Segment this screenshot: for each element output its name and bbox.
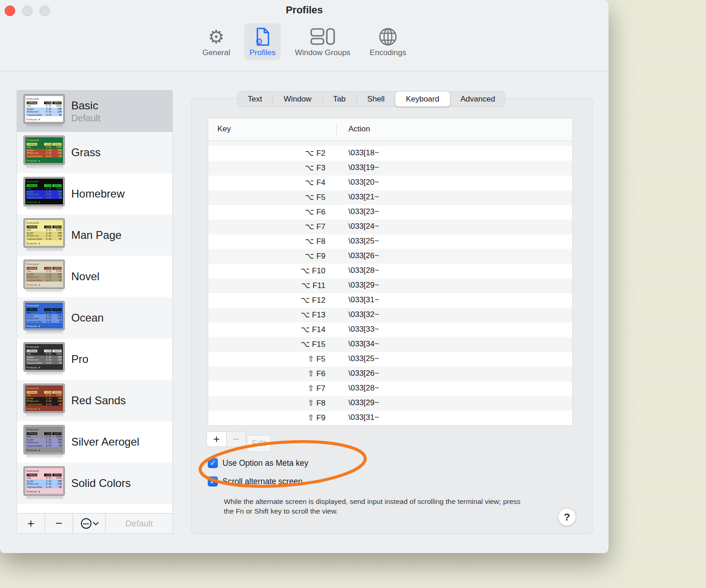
profile-item-novel[interactable]: Terminal#COMMAND%CPURPRVTtop4.1%231KXcod… — [17, 256, 172, 297]
action-cell: \033[34~ — [348, 339, 379, 349]
thumbnail-reflection — [26, 248, 63, 252]
more-actions-button[interactable]: ••• — [73, 514, 106, 533]
action-cell: \033[25~ — [348, 237, 379, 246]
document-gear-icon: ⚙ — [252, 27, 273, 47]
thumb-footer: Terminal # — [26, 366, 62, 369]
use-option-as-meta-checkbox[interactable]: ✓ — [208, 458, 218, 468]
keybinding-row[interactable]: ⌥ F2\033[18~ — [208, 146, 572, 161]
thumb-title: Terminal# — [26, 97, 62, 101]
thumbnail-reflection — [26, 331, 63, 334]
profile-item-ocean[interactable]: Terminal#COMMAND%CPURPRVTtop4.1%231KXcod… — [17, 297, 172, 339]
tab-tab[interactable]: Tab — [323, 91, 356, 107]
toolbar-item-general[interactable]: ⚙ General — [197, 23, 235, 60]
keybinding-row[interactable]: ⌥ F14\033[33~ — [208, 322, 572, 337]
profile-subtitle: Default — [71, 113, 100, 124]
keybinding-row[interactable]: ⌥ F11\033[29~ — [208, 278, 572, 293]
toolbar: ⚙ General ⚙ Profiles — [0, 23, 609, 60]
profile-name: Grass — [71, 146, 101, 159]
gear-icon: ⚙ — [208, 27, 225, 47]
action-cell: \033[28~ — [348, 266, 379, 275]
action-cell: \033[21~ — [348, 192, 379, 202]
tab-advanced[interactable]: Advanced — [450, 91, 506, 107]
profile-labels: Novel — [71, 270, 99, 283]
checkbox-label: Use Option as Meta key — [222, 458, 308, 468]
keybinding-row[interactable]: ⌥ F13\033[32~ — [208, 308, 572, 322]
keybinding-row[interactable]: ⌥ F4\033[20~ — [208, 175, 572, 190]
keybinding-row[interactable]: ⌥ F6\033[23~ — [208, 205, 572, 220]
action-cell: \033[28~ — [348, 384, 379, 393]
keybinding-row[interactable]: ⇧ F9\033[31~ — [208, 411, 572, 425]
profile-labels: Ocean — [71, 311, 104, 324]
keybinding-row[interactable]: ⇧ F8\033[29~ — [208, 396, 572, 411]
keybinding-row[interactable]: ⌥ F8\033[25~ — [208, 234, 572, 249]
thumb-footer: Terminal # — [26, 449, 62, 452]
remove-profile-button[interactable]: − — [45, 514, 73, 533]
tab-shell[interactable]: Shell — [357, 91, 395, 107]
action-cell: \033[33~ — [348, 325, 379, 334]
profile-thumbnail: Terminal#COMMAND%CPURPRVTtop4.1%231KXcod… — [24, 384, 65, 417]
edit-keybinding-button[interactable]: Edit — [247, 435, 271, 452]
profile-item-grass[interactable]: Terminal#COMMAND%CPURPRVTtop4.1%231KXcod… — [17, 132, 172, 173]
tab-text[interactable]: Text — [237, 91, 273, 107]
thumbnail-reflection — [26, 165, 63, 169]
keybinding-row[interactable]: ⌥ F3\033[19~ — [208, 161, 572, 175]
keybinding-row[interactable]: ⌥ F5\033[21~ — [208, 190, 572, 205]
profile-item-basic[interactable]: Terminal#COMMAND%CPURPRVTtop4.1%231KXcod… — [17, 90, 172, 132]
keybinding-row[interactable]: ⇧ F6\033[26~ — [208, 367, 572, 381]
mini-terminal-preview: Terminal#COMMAND%CPURPRVTtop4.1%231KXcod… — [24, 467, 64, 495]
profile-item-homebrew[interactable]: Terminal#COMMAND%CPURPRVTtop4.1%231KXcod… — [17, 173, 172, 215]
toolbar-item-encodings[interactable]: Encodings — [364, 23, 411, 60]
set-default-button[interactable]: Default — [106, 514, 172, 533]
thumb-cmd: loginwindow — [27, 444, 43, 447]
keybinding-row[interactable]: ⌥ F10\033[28~ — [208, 264, 572, 278]
profile-item-pro[interactable]: Terminal#COMMAND%CPURPRVTtop4.1%231KXcod… — [17, 339, 172, 380]
tab-keyboard[interactable]: Keyboard — [395, 91, 450, 107]
scroll-alternate-screen-checkbox[interactable]: ✓ — [208, 476, 218, 486]
thumb-footer: Terminal # — [26, 118, 62, 121]
profile-labels: Silver Aerogel — [71, 435, 139, 448]
keybinding-row[interactable]: ⌥ F15\033[34~ — [208, 337, 572, 352]
thumb-row: loginwindow0.0%4M — [26, 486, 62, 489]
keybinding-row[interactable]: ⌥ F9\033[26~ — [208, 249, 572, 264]
thumbnail-reflection — [26, 289, 63, 293]
profile-item-solid-colors[interactable]: Terminal#COMMAND%CPURPRVTtop4.1%231KXcod… — [17, 463, 172, 504]
thumb-footer: Terminal # — [26, 201, 62, 204]
remove-keybinding-button[interactable]: − — [227, 431, 246, 447]
toolbar-item-profiles[interactable]: ⚙ Profiles — [244, 23, 281, 60]
action-cell: \033[20~ — [348, 178, 379, 187]
thumb-title: Terminal# — [26, 304, 62, 307]
key-cell: ⌥ F15 — [208, 339, 325, 349]
keybinding-row[interactable]: ⌥ F7\033[24~ — [208, 220, 572, 234]
toolbar-item-window-groups[interactable]: Window Groups — [289, 23, 356, 60]
add-profile-button[interactable]: + — [17, 514, 45, 533]
profile-name: Pro — [71, 353, 88, 366]
help-button[interactable]: ? — [558, 508, 576, 526]
profile-labels: Pro — [71, 353, 88, 366]
profile-item-red-sands[interactable]: Terminal#COMMAND%CPURPRVTtop4.1%231KXcod… — [17, 380, 172, 421]
key-cell: ⌥ F9 — [208, 251, 325, 261]
keybinding-row[interactable]: ⌥ F12\033[31~ — [208, 293, 572, 308]
profile-item-man-page[interactable]: Terminal#COMMAND%CPURPRVTtop4.1%231KXcod… — [17, 215, 172, 256]
key-cell: ⇧ F7 — [208, 384, 325, 393]
thumb-cpu: 0.0% — [44, 279, 51, 282]
keybinding-row[interactable]: ⇧ F5\033[25~ — [208, 352, 572, 367]
profile-thumbnail: Terminal#COMMAND%CPURPRVTtop4.1%231KXcod… — [24, 260, 65, 293]
thumb-footer: Terminal # — [26, 159, 62, 163]
toolbar-label: Profiles — [250, 48, 276, 57]
thumb-mem: 4M — [52, 196, 62, 199]
key-cell: ⌥ F4 — [208, 178, 325, 187]
thumb-cmd: loginwindow — [27, 403, 43, 406]
thumb-mem: 4M — [52, 155, 62, 158]
thumb-cpu: 0.0% — [44, 444, 51, 447]
key-cell: ⌥ F14 — [208, 325, 325, 334]
thumb-mem: 4M — [52, 237, 62, 241]
action-cell: \033[31~ — [348, 295, 379, 305]
key-cell: ⇧ F6 — [208, 369, 325, 379]
chevron-down-icon — [93, 520, 99, 526]
add-keybinding-button[interactable]: + — [206, 431, 227, 447]
tab-window[interactable]: Window — [273, 91, 322, 107]
keybinding-row[interactable]: ⇧ F7\033[28~ — [208, 381, 572, 396]
key-cell: ⌥ F7 — [208, 222, 325, 232]
globe-icon — [378, 27, 398, 47]
profile-item-silver-aerogel[interactable]: Terminal#COMMAND%CPURPRVTtop4.1%231KXcod… — [17, 421, 172, 463]
